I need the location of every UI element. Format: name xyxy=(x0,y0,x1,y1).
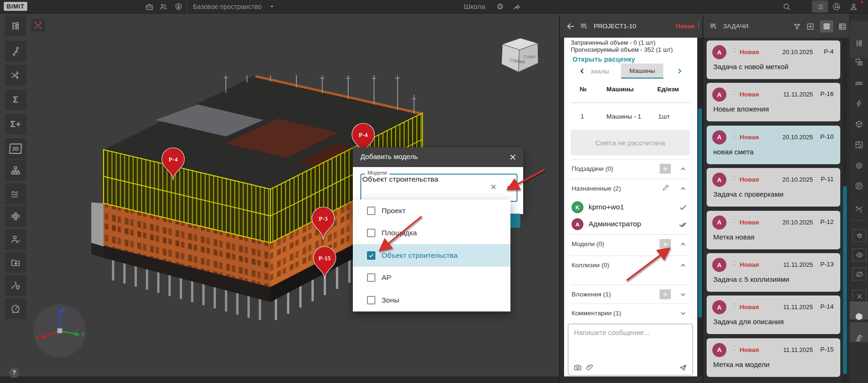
user-location-icon[interactable] xyxy=(5,275,26,296)
kebab-menu-icon[interactable]: ⋮ xyxy=(695,21,702,29)
assignee-row[interactable]: Kkpmo+wo1 xyxy=(572,200,689,215)
focus-target-icon[interactable] xyxy=(31,19,45,32)
add-icon[interactable] xyxy=(660,239,671,249)
orbit-icon[interactable] xyxy=(852,331,867,346)
dropdown-option[interactable]: Зоны xyxy=(353,289,510,311)
locate-icon[interactable] xyxy=(852,158,867,173)
flag-icon[interactable] xyxy=(852,178,867,193)
models-select-input[interactable] xyxy=(361,175,476,184)
task-card[interactable]: A Новая 11.11.2025 P-15 Метка на модели xyxy=(707,338,840,377)
assignee-row[interactable]: AАдминистратор xyxy=(572,217,689,232)
section-cube-icon[interactable] xyxy=(852,117,867,132)
task-card[interactable]: A Новая 20.10.2025 P-10 новая смета xyxy=(707,126,840,164)
chevron-up-icon[interactable] xyxy=(678,164,688,174)
camera-icon[interactable] xyxy=(573,363,582,372)
chevron-down-icon[interactable] xyxy=(678,309,688,318)
message-input[interactable] xyxy=(573,328,688,359)
search-icon[interactable] xyxy=(782,2,791,11)
notifications-icon[interactable] xyxy=(832,2,841,11)
task-card[interactable]: A Новая 20.10.2025 P-11 Задача с проверк… xyxy=(707,168,840,207)
task-card[interactable]: A Новая 11.11.2025 P-14 Задача для описа… xyxy=(707,295,840,334)
rows-view-icon[interactable] xyxy=(820,20,833,32)
folder-share-icon[interactable] xyxy=(5,252,26,273)
trend-chart-icon[interactable] xyxy=(5,184,26,204)
tasks-list-icon[interactable] xyxy=(709,22,718,31)
graph-nodes-icon[interactable] xyxy=(5,41,26,62)
pencil-icon[interactable] xyxy=(661,184,671,193)
task-card[interactable]: A Новая 20.10.2025 P-4 Задача с новой ме… xyxy=(707,40,840,79)
checkbox-icon[interactable] xyxy=(367,296,375,304)
open-rate-link[interactable]: Открыть расценку xyxy=(573,56,635,63)
checkbox-icon[interactable] xyxy=(367,273,375,282)
tabs-next-icon[interactable] xyxy=(675,67,684,75)
axis-gizmo[interactable]: Z X Y xyxy=(32,303,88,359)
sum-add-icon[interactable]: Σ+ xyxy=(5,114,26,135)
app-logo[interactable]: BiMiT xyxy=(4,2,27,11)
task-status-badge[interactable]: Новая xyxy=(676,23,694,30)
model-tree-icon[interactable] xyxy=(5,16,26,36)
project-scroll-thumb[interactable] xyxy=(698,108,702,318)
list-view-icon[interactable] xyxy=(812,0,828,13)
solid-cube-icon[interactable] xyxy=(852,309,867,324)
share-icon[interactable] xyxy=(512,2,521,11)
task-list-icon[interactable] xyxy=(580,22,589,31)
add-icon[interactable] xyxy=(660,164,671,174)
sitemap-icon[interactable] xyxy=(5,160,26,181)
dropdown-option[interactable]: Объект строительства xyxy=(353,244,510,267)
select-object-icon[interactable] xyxy=(852,55,867,70)
sum-icon[interactable]: Σ xyxy=(5,89,26,110)
caret-up-icon[interactable] xyxy=(504,183,514,192)
show-eye-icon[interactable] xyxy=(852,248,866,261)
help-button[interactable]: ? xyxy=(9,367,19,378)
back-arrow-icon[interactable] xyxy=(565,21,576,32)
add-task-icon[interactable] xyxy=(805,21,815,32)
flash-icon[interactable] xyxy=(852,96,867,111)
dropdown-option[interactable]: Проект xyxy=(353,199,510,222)
isolate-cube-icon[interactable] xyxy=(852,229,866,242)
clear-icon[interactable] xyxy=(489,183,499,192)
tabs-prev-icon[interactable] xyxy=(578,67,587,75)
team-icon[interactable] xyxy=(159,2,168,11)
plugin-puzzle-icon[interactable] xyxy=(5,206,26,227)
workspace-caret-icon[interactable] xyxy=(267,2,277,11)
dropdown-option[interactable]: Площадка xyxy=(353,222,510,245)
floorplan-icon[interactable] xyxy=(852,137,867,152)
dropdown-option[interactable]: АР xyxy=(353,267,510,289)
workspace-selector[interactable]: Базовое пространство xyxy=(193,3,262,10)
profile-icon[interactable] xyxy=(849,2,858,11)
tasks-scroll-thumb[interactable] xyxy=(843,186,847,374)
gauge-icon[interactable] xyxy=(5,298,26,319)
checkbox-icon[interactable] xyxy=(367,229,375,237)
close-icon[interactable] xyxy=(507,152,518,163)
chevron-up-icon[interactable] xyxy=(678,239,688,249)
shuffle-icon[interactable] xyxy=(5,65,26,86)
hide-eye-icon[interactable] xyxy=(852,268,866,280)
compare-lines-icon[interactable] xyxy=(852,201,867,216)
task-card[interactable]: A Новая 20.10.2025 P-12 Метка новая xyxy=(707,211,840,249)
tab-machines[interactable]: Машины xyxy=(621,64,663,79)
checkbox-checked-icon[interactable] xyxy=(367,251,375,260)
user-check-icon[interactable] xyxy=(5,229,26,250)
add-icon[interactable] xyxy=(660,289,671,299)
chevron-up-icon[interactable] xyxy=(678,261,688,270)
ruler-icon[interactable] xyxy=(852,76,867,91)
map-pin-marker[interactable]: P-4 xyxy=(160,147,186,182)
paperclip-icon[interactable] xyxy=(585,363,595,372)
send-icon[interactable] xyxy=(678,363,688,372)
tab-materials-partial[interactable]: эиалы xyxy=(590,68,609,75)
table-view-icon[interactable] xyxy=(837,21,847,32)
settings-gear-icon[interactable]: ⚙ xyxy=(495,2,505,11)
checkbox-icon[interactable] xyxy=(367,207,375,215)
map-pin-marker[interactable]: P-15 xyxy=(311,246,338,280)
task-card[interactable]: A Новая 11.11.2025 P-13 Задача с 5 колли… xyxy=(707,253,840,292)
briefcase-icon[interactable] xyxy=(144,2,154,11)
tree-icon[interactable] xyxy=(852,36,867,51)
filter-icon[interactable] xyxy=(792,21,802,32)
chevron-up-icon[interactable] xyxy=(678,184,688,193)
chevron-down-icon[interactable] xyxy=(678,290,688,299)
clear-selection-icon[interactable] xyxy=(852,290,866,303)
account-shield-icon[interactable] xyxy=(174,2,183,11)
view-cube[interactable]: Справа Сзади xyxy=(497,34,542,75)
map-pin-marker[interactable]: P-3 xyxy=(310,206,336,241)
models-select-field[interactable] xyxy=(360,174,518,202)
